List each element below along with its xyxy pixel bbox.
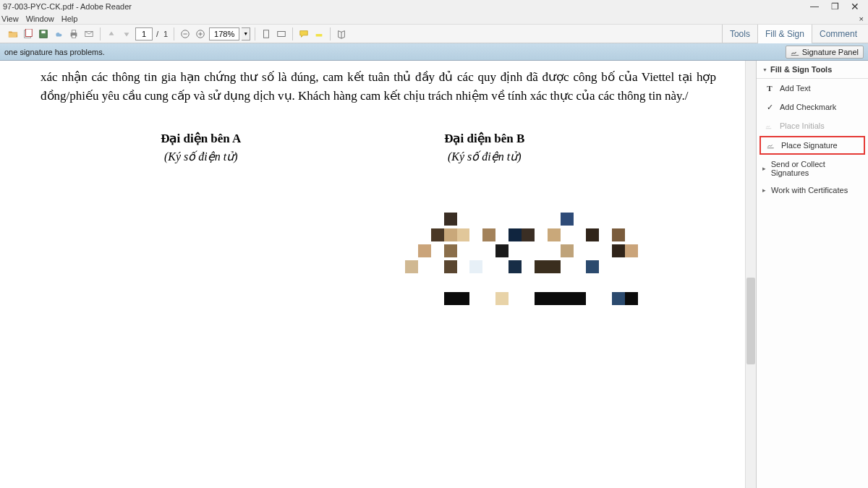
rep-a-title: Đại diện bên A (91, 129, 311, 148)
tab-tools[interactable]: Tools (722, 25, 757, 43)
add-checkmark-item[interactable]: ✓ Add Checkmark (757, 98, 868, 116)
panel-close-x[interactable]: × (859, 14, 867, 23)
tab-fill-sign[interactable]: Fill & Sign (757, 25, 812, 43)
initials-icon (765, 121, 774, 130)
message-bar: one signature has problems. Signature Pa… (0, 43, 868, 61)
print-icon[interactable] (67, 27, 80, 40)
save-icon[interactable] (37, 27, 50, 40)
menu-bar: View Window Help × (0, 13, 868, 25)
document-page: xác nhận các thông tin gia hạn chứng thư… (0, 61, 745, 173)
svg-rect-14 (278, 31, 286, 36)
rep-a-sub: (Ký số điện tử) (91, 148, 311, 166)
document-paragraph: xác nhận các thông tin gia hạn chứng thư… (41, 68, 716, 105)
work-certificates-section[interactable]: Work with Certificates (757, 181, 868, 199)
place-initials-label: Place Initials (780, 121, 825, 130)
menu-help[interactable]: Help (61, 14, 78, 23)
fit-width-icon[interactable] (275, 27, 288, 40)
close-button[interactable]: ✕ (845, 1, 865, 12)
work-certs-label: Work with Certificates (771, 186, 848, 194)
signature-panel-button[interactable]: Signature Panel (786, 46, 864, 59)
tab-comment[interactable]: Comment (812, 25, 864, 43)
checkmark-icon: ✓ (765, 103, 774, 111)
zoom-in-icon[interactable] (194, 27, 207, 40)
page-up-icon[interactable] (105, 27, 118, 40)
text-icon: T (765, 84, 774, 93)
signature-warning-text: one signature has problems. (4, 48, 105, 56)
menu-window[interactable]: Window (26, 14, 54, 23)
fit-page-icon[interactable] (260, 27, 273, 40)
document-viewport[interactable]: xác nhận các thông tin gia hạn chứng thư… (0, 61, 745, 488)
svg-rect-6 (72, 35, 75, 38)
read-mode-icon[interactable] (335, 27, 348, 40)
add-text-item[interactable]: T Add Text (757, 79, 868, 98)
send-collect-section[interactable]: Send or Collect Signatures (757, 155, 868, 181)
signature-panel-label: Signature Panel (802, 48, 859, 56)
svg-rect-1 (26, 29, 33, 37)
add-checkmark-label: Add Checkmark (780, 103, 836, 111)
zoom-dropdown[interactable]: ▼ (242, 27, 250, 40)
maximize-button[interactable]: ❐ (825, 1, 845, 12)
highlight-icon[interactable] (312, 27, 326, 40)
menu-view[interactable]: View (1, 14, 19, 23)
email-icon[interactable] (82, 27, 95, 40)
vertical-scrollbar[interactable] (745, 61, 756, 488)
place-initials-item: Place Initials (757, 116, 868, 135)
page-sep: / (155, 30, 160, 38)
save-copy-icon[interactable] (22, 27, 35, 40)
page-number-input[interactable] (135, 27, 153, 40)
add-text-label: Add Text (780, 84, 811, 93)
rep-b-sub: (Ký số điện tử) (311, 148, 658, 166)
send-collect-label: Send or Collect Signatures (771, 160, 862, 177)
minimize-button[interactable]: — (804, 1, 825, 12)
place-signature-label: Place Signature (781, 141, 838, 150)
window-title: 97-003-PYC-CK.pdf - Adobe Reader (3, 2, 132, 11)
svg-rect-13 (264, 30, 269, 38)
cloud-icon[interactable] (52, 27, 65, 40)
svg-rect-5 (72, 30, 75, 33)
page-total: 1 (162, 30, 169, 38)
zoom-value[interactable]: 178% (209, 27, 239, 40)
right-tabs: Tools Fill & Sign Comment (722, 25, 864, 43)
rep-b-title: Đại diện bên B (311, 129, 658, 148)
zoom-out-icon[interactable] (179, 27, 192, 40)
open-icon[interactable] (7, 27, 20, 40)
page-down-icon[interactable] (120, 27, 133, 40)
signature-item-icon (767, 141, 775, 150)
svg-rect-15 (316, 34, 323, 37)
comment-bubble-icon[interactable] (297, 27, 310, 40)
fill-sign-panel: Fill & Sign Tools T Add Text ✓ Add Check… (756, 61, 868, 488)
place-signature-item[interactable]: Place Signature (760, 136, 865, 155)
toolbar: / 1 178%▼ Tools Fill & Sign Comment (0, 25, 868, 43)
title-bar: 97-003-PYC-CK.pdf - Adobe Reader — ❐ ✕ (0, 0, 868, 13)
signature-icon (791, 48, 799, 56)
svg-rect-3 (41, 30, 45, 33)
redacted-signature-area (405, 213, 651, 308)
fill-sign-tools-header[interactable]: Fill & Sign Tools (757, 61, 868, 79)
scrollbar-thumb[interactable] (746, 278, 755, 364)
